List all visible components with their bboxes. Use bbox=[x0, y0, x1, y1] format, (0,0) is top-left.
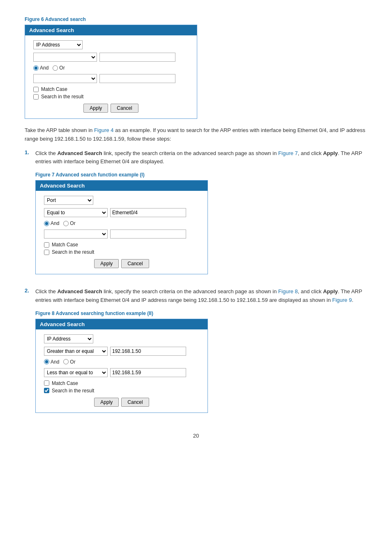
fig6-cancel-button[interactable]: Cancel bbox=[111, 104, 138, 113]
step2-text: Click the Advanced Search link, specify … bbox=[35, 287, 367, 305]
fig7-match-case-checkbox[interactable] bbox=[44, 242, 49, 248]
figure-6-label: Figure 6 Advanced search bbox=[25, 16, 367, 22]
figure-8-label: Figure 8 Advanced searching function exa… bbox=[35, 311, 367, 316]
fig7-op2-select[interactable] bbox=[44, 229, 108, 239]
fig6-op1-select[interactable] bbox=[33, 53, 97, 62]
fig6-search-in-result-checkbox[interactable] bbox=[33, 94, 39, 100]
fig7-or-label[interactable]: Or bbox=[63, 220, 75, 226]
figure-6-header: Advanced Search bbox=[25, 25, 197, 35]
figure9-link[interactable]: Figure 9 bbox=[332, 297, 352, 303]
figure4-link[interactable]: Figure 4 bbox=[94, 127, 114, 133]
fig8-search-in-result-checkbox[interactable] bbox=[44, 388, 49, 393]
fig7-field-select[interactable]: Port bbox=[44, 196, 93, 205]
fig8-apply-button[interactable]: Apply bbox=[94, 398, 119, 407]
fig8-val2-input[interactable] bbox=[110, 368, 186, 377]
fig6-val1-input[interactable] bbox=[99, 53, 175, 62]
fig8-op2-select[interactable]: Less than or equal to bbox=[44, 368, 108, 377]
figure7-link[interactable]: Figure 7 bbox=[278, 150, 298, 156]
fig8-match-case-checkbox[interactable] bbox=[44, 380, 49, 386]
figure-7-label: Figure 7 Advanced search function exampl… bbox=[35, 172, 367, 178]
fig6-match-case-checkbox[interactable] bbox=[33, 87, 39, 92]
figure-8-box: Advanced Search IP Address Greater than … bbox=[35, 319, 208, 413]
fig7-search-in-result-checkbox[interactable] bbox=[44, 250, 49, 255]
fig7-val1-input[interactable] bbox=[110, 208, 186, 217]
fig6-op2-select[interactable] bbox=[33, 74, 97, 83]
step1-number: 1. bbox=[25, 149, 32, 282]
fig6-or-label[interactable]: Or bbox=[53, 65, 65, 71]
fig8-field-select[interactable]: IP Address bbox=[44, 334, 93, 343]
figure8-link[interactable]: Figure 8 bbox=[278, 288, 298, 294]
body-text-1: Take the ARP table shown in Figure 4 as … bbox=[25, 126, 367, 144]
step1-text: Click the Advanced Search link, specify … bbox=[35, 149, 367, 167]
page-number: 20 bbox=[25, 433, 367, 439]
figure-6-box: Advanced Search IP Address And Or bbox=[25, 25, 197, 119]
fig7-and-label[interactable]: And bbox=[44, 220, 59, 226]
fig8-op1-select[interactable]: Greater than or equal bbox=[44, 347, 108, 356]
fig6-apply-button[interactable]: Apply bbox=[83, 104, 108, 113]
fig6-and-label[interactable]: And bbox=[33, 65, 48, 71]
fig6-search-in-result-label: Search in the result bbox=[41, 94, 83, 100]
fig6-field-select[interactable]: IP Address bbox=[33, 40, 83, 49]
fig7-op1-select[interactable]: Equal to bbox=[44, 208, 108, 217]
fig8-cancel-button[interactable]: Cancel bbox=[121, 398, 149, 407]
fig7-apply-button[interactable]: Apply bbox=[94, 259, 119, 268]
fig7-match-case-label: Match Case bbox=[52, 242, 78, 248]
fig8-val1-input[interactable] bbox=[110, 347, 186, 356]
fig7-val2-input[interactable] bbox=[110, 229, 186, 239]
fig6-val2-input[interactable] bbox=[99, 74, 175, 83]
fig7-search-in-result-label: Search in the result bbox=[52, 249, 94, 255]
fig6-match-case-label: Match Case bbox=[41, 86, 67, 92]
fig8-search-in-result-label: Search in the result bbox=[52, 388, 94, 394]
figure-7-header: Advanced Search bbox=[36, 181, 208, 191]
fig7-cancel-button[interactable]: Cancel bbox=[121, 259, 149, 268]
figure-7-box: Advanced Search Port Equal to And bbox=[35, 180, 208, 274]
figure-8-header: Advanced Search bbox=[36, 319, 208, 329]
fig8-match-case-label: Match Case bbox=[52, 380, 78, 386]
step2-number: 2. bbox=[25, 287, 32, 420]
fig8-or-label[interactable]: Or bbox=[63, 359, 75, 365]
fig8-and-label[interactable]: And bbox=[44, 359, 59, 365]
